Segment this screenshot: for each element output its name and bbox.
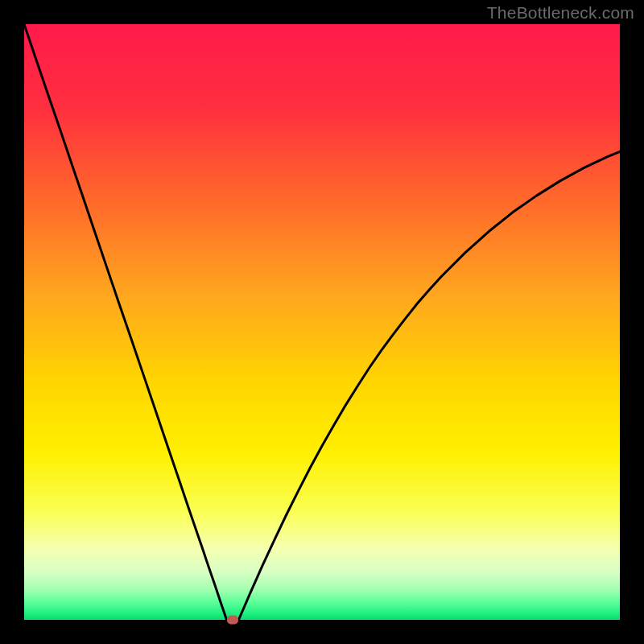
minimum-marker-icon <box>227 616 238 625</box>
plot-area <box>24 24 620 620</box>
watermark-label: TheBottleneck.com <box>487 3 634 23</box>
chart-container: TheBottleneck.com <box>0 0 644 644</box>
bottleneck-curve <box>24 24 620 620</box>
